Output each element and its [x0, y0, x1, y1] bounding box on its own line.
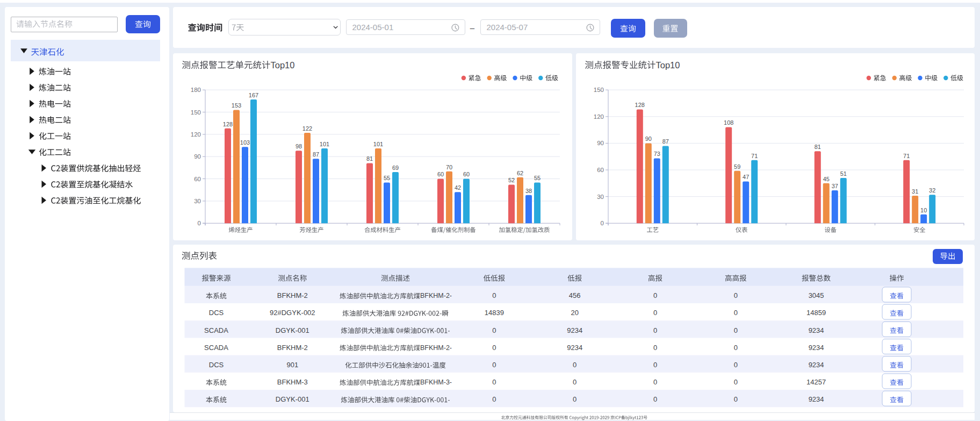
svg-text:55: 55 [534, 175, 541, 181]
svg-text:2024-05-07: 2024-05-07 [487, 23, 528, 32]
svg-text:456: 456 [569, 291, 581, 299]
svg-text:71: 71 [751, 153, 758, 159]
svg-text:60: 60 [194, 176, 201, 182]
svg-text:0: 0 [734, 395, 738, 403]
svg-text:DCS: DCS [209, 361, 224, 369]
svg-text:0: 0 [734, 326, 738, 334]
svg-text:0: 0 [653, 361, 657, 369]
svg-text:0: 0 [492, 291, 496, 299]
svg-text:14839: 14839 [485, 309, 504, 317]
svg-text:52: 52 [508, 177, 515, 183]
svg-text:9234: 9234 [809, 361, 824, 369]
svg-text:108: 108 [724, 119, 733, 126]
svg-text:BFKHM-3: BFKHM-3 [277, 378, 308, 386]
svg-text:37: 37 [832, 183, 838, 189]
svg-text:167: 167 [249, 92, 258, 98]
svg-text:87: 87 [313, 151, 319, 158]
svg-text:SCADA: SCADA [204, 344, 228, 352]
svg-text:31: 31 [912, 188, 918, 195]
svg-text:0: 0 [734, 361, 738, 369]
svg-text:150: 150 [191, 109, 201, 116]
svg-text:62: 62 [517, 170, 523, 176]
svg-text:30: 30 [597, 194, 604, 200]
svg-text:81: 81 [815, 144, 821, 150]
svg-text:0: 0 [492, 361, 496, 369]
svg-text:90: 90 [597, 140, 604, 146]
svg-text:DCS: DCS [209, 309, 224, 317]
svg-text:73: 73 [654, 151, 660, 157]
svg-text:38: 38 [525, 188, 532, 194]
svg-text:0: 0 [734, 344, 738, 352]
svg-text:14257: 14257 [806, 378, 826, 386]
svg-text:153: 153 [232, 102, 241, 109]
svg-text:901: 901 [286, 361, 298, 369]
svg-text:101: 101 [320, 141, 329, 147]
svg-text:Top10: Top10 [271, 60, 295, 70]
svg-text:42: 42 [455, 184, 461, 191]
svg-text:59: 59 [734, 163, 740, 170]
svg-text:3045: 3045 [809, 291, 824, 299]
svg-text:0: 0 [653, 309, 657, 317]
svg-text:0: 0 [653, 344, 657, 352]
svg-text:0: 0 [734, 291, 738, 299]
svg-text:120: 120 [191, 131, 201, 138]
svg-text:98: 98 [296, 143, 302, 149]
svg-text:51: 51 [840, 170, 847, 177]
svg-text:9234: 9234 [567, 344, 582, 352]
svg-text:2024-05-01: 2024-05-01 [352, 23, 394, 32]
svg-text:BFKHM-2: BFKHM-2 [277, 344, 308, 352]
svg-text:0: 0 [653, 395, 657, 403]
svg-text:9234: 9234 [809, 344, 824, 352]
svg-text:20: 20 [571, 309, 578, 317]
svg-text:–: – [470, 23, 475, 32]
svg-text:0: 0 [653, 378, 657, 386]
svg-text:47: 47 [743, 174, 749, 180]
svg-text:14859: 14859 [806, 309, 826, 317]
svg-text:0: 0 [492, 344, 496, 352]
svg-text:9234: 9234 [809, 326, 824, 334]
svg-text:SCADA: SCADA [204, 326, 228, 334]
svg-text:45: 45 [823, 176, 830, 182]
svg-text:Top10: Top10 [656, 60, 680, 70]
svg-text:122: 122 [302, 125, 312, 132]
svg-text:71: 71 [903, 153, 910, 159]
svg-text:BFKHM-3-: BFKHM-3- [420, 379, 452, 386]
svg-text:0: 0 [573, 395, 577, 403]
svg-text:9234: 9234 [809, 395, 824, 403]
svg-text:81: 81 [366, 155, 373, 162]
svg-text:0: 0 [198, 220, 201, 226]
svg-text:70: 70 [446, 164, 452, 170]
svg-text:60: 60 [597, 167, 604, 173]
svg-text:32: 32 [929, 187, 935, 194]
svg-text:120: 120 [594, 113, 604, 120]
svg-text:103: 103 [240, 139, 250, 146]
svg-text:0: 0 [601, 220, 604, 226]
svg-text:BFKHM-2-: BFKHM-2- [420, 292, 452, 299]
svg-text:0: 0 [734, 378, 738, 386]
svg-text:55: 55 [384, 175, 390, 181]
svg-text:0: 0 [492, 395, 496, 403]
svg-text:9234: 9234 [567, 326, 582, 334]
svg-text:BFKHM-2-: BFKHM-2- [420, 344, 452, 352]
svg-text:BFKHM-2: BFKHM-2 [277, 291, 308, 299]
svg-text:DGYK-001: DGYK-001 [276, 326, 309, 334]
svg-text:DGYK-001: DGYK-001 [276, 395, 309, 403]
svg-text:87: 87 [662, 138, 669, 145]
svg-text:128: 128 [635, 102, 645, 108]
svg-text:0: 0 [573, 378, 577, 386]
svg-text:0: 0 [573, 361, 577, 369]
svg-text:10: 10 [920, 207, 927, 213]
svg-text:101: 101 [373, 141, 383, 147]
svg-text:150: 150 [594, 87, 604, 93]
svg-text:60: 60 [463, 171, 470, 177]
svg-text:128: 128 [223, 121, 233, 127]
svg-text:0: 0 [734, 309, 738, 317]
svg-text:0: 0 [653, 291, 657, 299]
svg-text:90: 90 [645, 135, 652, 142]
svg-text:30: 30 [194, 198, 201, 204]
svg-text:69: 69 [392, 165, 399, 171]
svg-text:60: 60 [437, 171, 444, 177]
svg-text:0: 0 [653, 326, 657, 334]
svg-text:0: 0 [492, 326, 496, 334]
svg-text:180: 180 [191, 87, 201, 93]
